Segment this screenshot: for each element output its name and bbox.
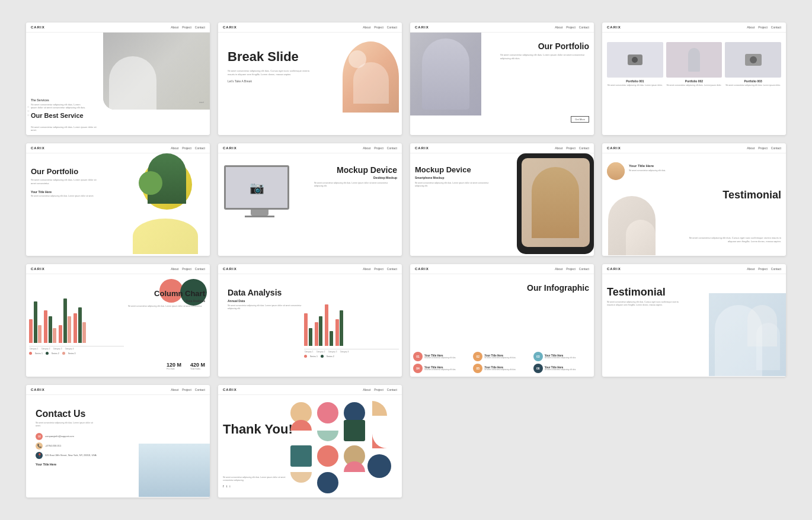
slide-1-nav: CARIX About Project Contact	[26, 23, 210, 33]
portfolio-img-3	[725, 42, 781, 78]
slide-2: CARIX About Project Contact Break Slide …	[218, 23, 402, 135]
data-cat-2: Category 2	[316, 351, 325, 353]
svg-point-1	[317, 402, 338, 423]
slide-3-nav: CARIX About Project Contact	[410, 23, 594, 33]
bar-group-1	[29, 301, 41, 343]
data-legend-1: Series 1	[310, 355, 318, 358]
slide-9-data-label: Data Analysis	[186, 299, 205, 303]
testimonial-main-title: Testimonial	[723, 189, 781, 201]
phone-screen	[522, 158, 590, 247]
slide-6-title: Mockup Device	[337, 165, 397, 175]
cat-label-4: Category 4	[65, 348, 74, 350]
portfolio-item-1: Portfolio 001 Sit amet consectetur adipi…	[607, 42, 663, 87]
svg-rect-3	[344, 420, 365, 441]
slide-2-nav: CARIX About Project Contact	[218, 23, 402, 33]
slide-3-image	[410, 33, 481, 115]
data-cat-1: Category 1	[304, 351, 314, 353]
chart-legend: Series 1 Series 2 Series 3	[29, 352, 124, 355]
nav-project[interactable]: Project	[182, 25, 191, 29]
chart-labels: Category 1 Category 2 Category 3 Categor…	[29, 348, 124, 350]
brand-logo-2: CARIX	[223, 25, 237, 29]
portfolio-title-2: Portfolio 002	[685, 79, 703, 83]
slide-3-button[interactable]: Get More	[571, 116, 589, 123]
legend-dot-2	[46, 352, 49, 355]
info-circle-1: 01	[413, 352, 423, 361]
slide-7-body: Mockup Device Smartphone Mockup Sit amet…	[410, 153, 594, 255]
slide-13-image	[139, 444, 210, 497]
info-item-3: 03 Your Title Here Sit amet consectetur …	[533, 352, 591, 361]
contact-email-item: ✉ companyinfo@support.com	[36, 433, 205, 440]
portfolio-desc-1: Sit amet consectetur adipiscing elit dui…	[608, 84, 663, 87]
slide-6-subtitle: Desktop Mockup	[373, 176, 397, 179]
nav-contact[interactable]: Contact	[195, 25, 205, 29]
slide-9-nav: CARIX About Project Contact	[26, 264, 210, 274]
bar-3-1	[59, 325, 62, 343]
data-chart-labels: Category 1 Category 2 Category 3 Categor…	[304, 351, 399, 353]
social-icons: f t i	[223, 484, 231, 488]
bar-2-3	[53, 328, 56, 343]
info-item-1: 01 Your Title Here Sit amet consectetur …	[413, 352, 471, 361]
slide-8-deco	[602, 184, 667, 255]
building-decoration	[139, 444, 210, 497]
portfolio-desc-2: Sit amet consectetur adipiscing elit dui…	[667, 84, 722, 87]
data-bar-4-1	[335, 319, 339, 346]
bar-3-3	[68, 316, 71, 343]
phone-icon: 📞	[36, 442, 43, 450]
slide-12-title: Testimonial	[607, 286, 666, 298]
legend-dot-3	[62, 352, 65, 355]
info-circle-3: 03	[533, 352, 543, 361]
info-circle-5: 05	[473, 364, 482, 373]
data-bar-group-1	[304, 313, 312, 346]
slide-6: CARIX About Project Contact 📷 Mockup Dev…	[218, 143, 402, 256]
slide-9-title: Column Chart	[154, 289, 205, 298]
bar-2-2	[49, 316, 52, 343]
info-item-6: 06 Your Title Here Sit amet consectetur …	[533, 364, 591, 373]
geo-svg	[283, 395, 402, 496]
slide-2-image	[343, 41, 399, 113]
data-chart-legend: Series 1 Series 2	[304, 355, 399, 358]
slide-10-nav: CARIX About Project Contact	[218, 264, 402, 274]
slide-10-title: Data Analysis	[228, 288, 397, 297]
stat-totalsales-value: 420 M	[190, 362, 205, 368]
slide-12-nav: CARIX About Project Contact	[602, 264, 786, 274]
contact-address: 525 East 18th Street, New York, NY, 2301…	[45, 454, 97, 457]
slide-5-nav: CARIX About Project Contact	[26, 143, 210, 153]
chart-bars	[29, 299, 124, 346]
slide-3-text: Sit amet consectetur adipiscing elit dui…	[500, 53, 589, 60]
svg-rect-4	[290, 445, 312, 467]
data-bar-3-1	[325, 304, 328, 346]
slide-6-text: Sit amet consectetur adipiscing elit dui…	[314, 182, 397, 188]
info-circle-6: 06	[533, 364, 543, 373]
slide-5-body: Our Portfolio Sit amet consectetur adipi…	[26, 153, 210, 255]
slide-1-title: Our Best Service	[31, 111, 84, 120]
slide-11-title: Our Infographic	[527, 283, 589, 293]
data-bar-4-2	[340, 310, 343, 346]
data-bar-2-1	[315, 322, 318, 346]
slide-4-body: Portfolio 001 Sit amet consectetur adipi…	[602, 33, 786, 134]
data-bar-1-2	[309, 328, 312, 346]
info-desc-2: Sit amet consectetur adipiscing elit dui…	[484, 357, 530, 359]
info-desc-1: Sit amet consectetur adipiscing elit dui…	[424, 357, 471, 359]
chart-stats: 120 M Pre-Sale 420 M Total Sales	[167, 362, 205, 370]
slide-1-body: mart The Services Sit amet consectetur a…	[26, 33, 210, 134]
bar-1-1	[29, 319, 33, 343]
data-bar-group-2	[315, 316, 323, 346]
legend-label-3: Series 3	[68, 352, 76, 355]
slides-grid: CARIX About Project Contact mart The Ser…	[8, 5, 804, 515]
slide-14: CARIX About Project Contact Thank You! S…	[218, 385, 402, 497]
testimonial-name-text: Sit amet consectetur adipiscing elit dui…	[629, 169, 688, 172]
info-circle-4: 04	[413, 364, 423, 373]
nav-items-2: About Project Contact	[363, 25, 397, 29]
portfolio-title-3: Portfolio 003	[744, 79, 762, 83]
info-item-2: 02 Your Title Here Sit amet consectetur …	[473, 352, 530, 361]
slide-11: CARIX About Project Contact Our Infograp…	[410, 264, 594, 377]
slide-1-numbers: 01 02 03	[27, 106, 29, 117]
nav-about[interactable]: About	[171, 25, 178, 29]
portfolio-img-1	[607, 42, 663, 78]
info-desc-4: Sit amet consectetur adipiscing elit dui…	[424, 369, 471, 371]
info-item-5: 05 Your Title Here Sit amet consectetur …	[473, 364, 530, 373]
slide-7: CARIX About Project Contact Mockup Devic…	[410, 143, 594, 256]
bar-3-2	[63, 298, 67, 343]
slide-2-body: Break Slide Sit amet consectetur adipisc…	[218, 33, 402, 134]
portfolio-title-1: Portfolio 001	[626, 79, 644, 83]
